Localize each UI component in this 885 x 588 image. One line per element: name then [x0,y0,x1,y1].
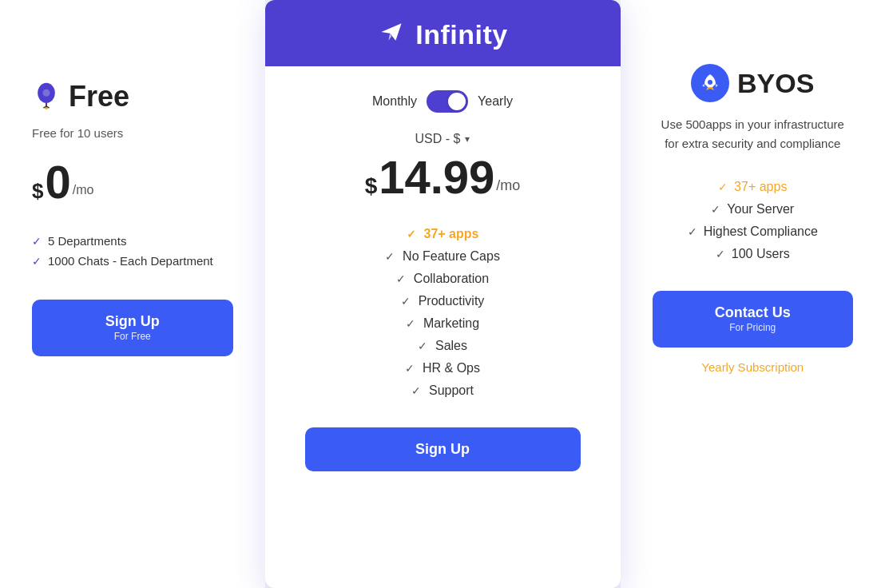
check-icon: ✓ [688,225,697,238]
free-cta-label: Sign Up [105,312,160,331]
infinity-body: Monthly Yearly USD - $ ▾ $ 14.99 /mo ✓ 3… [265,66,621,588]
byos-desc-line1: Use 500apps in your infrastructure [661,117,844,131]
list-item: ✓ Support [305,379,581,402]
check-icon: ✓ [418,340,427,352]
svg-point-4 [708,80,712,85]
check-icon: ✓ [401,295,411,308]
check-icon: ✓ [411,384,421,397]
list-item: ✓ Marketing [305,312,581,335]
free-card: Free Free for 10 users $ 0 /mo ✓ 5 Depar… [0,0,265,588]
currency-value: USD - $ [415,132,461,146]
feature-text: 37+ apps [424,227,479,241]
free-title-row: Free [32,80,233,113]
byos-description: Use 500apps in your infrastructure for e… [661,115,844,153]
billing-toggle-row: Monthly Yearly [372,90,513,113]
byos-title-row: BYOS [691,64,814,102]
list-item: ✓ 100 Users [653,243,854,265]
currency-selector[interactable]: USD - $ ▾ [415,132,470,146]
free-subtitle: Free for 10 users [32,126,233,140]
check-icon: ✓ [407,228,416,240]
free-signup-button[interactable]: Sign Up For Free [32,300,233,356]
free-feature-list: ✓ 5 Departments ✓ 1000 Chats - Each Depa… [32,231,233,271]
svg-point-1 [43,89,50,97]
list-item: ✓ Sales [305,335,581,357]
check-icon: ✓ [385,250,395,263]
free-title: Free [69,80,129,113]
infinity-header: Infinity [265,0,621,66]
feature-text: Productivity [419,294,485,308]
free-price-amount: 0 [45,159,70,205]
infinity-title: Infinity [415,19,507,50]
infinity-cta-label: Sign Up [415,440,470,459]
feature-text: 5 Departments [48,234,126,248]
feature-text: 1000 Chats - Each Department [48,254,213,268]
infinity-price-period: /mo [496,177,520,194]
feature-text: Your Server [727,202,794,217]
list-item: ✓ 37+ apps [653,176,854,198]
list-item: ✓ HR & Ops [305,357,581,379]
byos-contact-button[interactable]: Contact Us For Pricing [653,291,854,348]
feature-text: No Feature Caps [403,249,500,264]
plane-icon [377,18,406,52]
byos-feature-list: ✓ 37+ apps ✓ Your Server ✓ Highest Compl… [653,176,854,265]
feature-text: Collaboration [414,272,489,286]
check-icon: ✓ [405,362,415,375]
chevron-down-icon: ▾ [465,133,470,145]
check-icon: ✓ [711,203,720,216]
monthly-label: Monthly [372,94,417,109]
check-icon: ✓ [716,248,725,260]
infinity-signup-button[interactable]: Sign Up [305,427,581,471]
infinity-dollar-sign: $ [365,172,378,201]
free-cta-sub: For Free [114,331,151,344]
list-item: ✓ Collaboration [305,268,581,290]
byos-cta-sub: For Pricing [729,322,776,335]
check-icon: ✓ [718,181,728,193]
infinity-card: Infinity Monthly Yearly USD - $ ▾ $ 14.9… [265,0,621,588]
free-price-period: /mo [73,183,94,197]
byos-cta-label: Contact Us [715,304,791,322]
check-icon: ✓ [396,272,406,285]
list-item: ✓ Highest Compliance [653,220,854,243]
billing-toggle[interactable] [427,90,468,113]
list-item: ✓ 1000 Chats - Each Department [32,251,233,271]
balloon-icon [32,81,61,113]
feature-text: Sales [435,339,467,353]
list-item: ✓ Your Server [653,198,854,220]
byos-title: BYOS [737,68,814,99]
infinity-feature-list: ✓ 37+ apps ✓ No Feature Caps ✓ Collabora… [305,223,581,402]
feature-text: Highest Compliance [704,224,818,239]
byos-card: BYOS Use 500apps in your infrastructure … [621,0,886,588]
infinity-price-row: $ 14.99 /mo [365,154,521,201]
list-item: ✓ 37+ apps [305,223,581,245]
byos-desc-line2: for extra security and compliance [665,137,840,150]
feature-text: Support [429,383,474,398]
list-item: ✓ No Feature Caps [305,245,581,268]
free-dollar-sign: $ [32,177,43,205]
feature-text: HR & Ops [423,361,480,375]
yearly-label: Yearly [478,94,513,109]
list-item: ✓ 5 Departments [32,231,233,251]
feature-text: Marketing [423,316,479,331]
feature-text: 37+ apps [734,180,787,194]
list-item: ✓ Productivity [305,290,581,312]
check-icon: ✓ [406,317,415,330]
feature-text: 100 Users [732,247,790,261]
check-icon: ✓ [32,235,42,248]
infinity-price-amount: 14.99 [379,154,494,201]
byos-yearly-label: Yearly Subscription [701,360,804,374]
pricing-container: Free Free for 10 users $ 0 /mo ✓ 5 Depar… [0,0,885,588]
rocket-icon [691,64,729,102]
free-price-row: $ 0 /mo [32,159,233,205]
check-icon: ✓ [32,255,42,268]
